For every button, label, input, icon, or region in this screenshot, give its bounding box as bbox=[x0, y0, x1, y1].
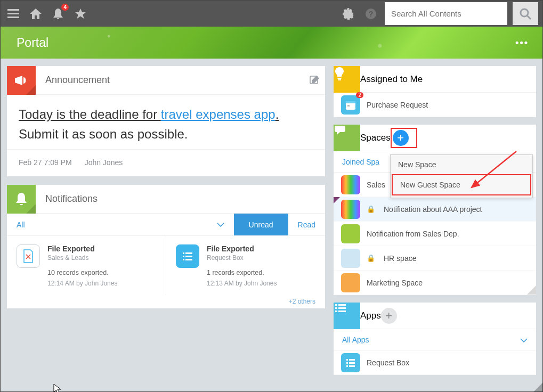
more-notifications-link[interactable]: +2 others bbox=[7, 296, 325, 308]
bell-block-icon bbox=[7, 185, 36, 214]
top-bar: 4 ? bbox=[1, 1, 542, 27]
chevron-down-icon[interactable] bbox=[207, 214, 234, 235]
page-title: Portal bbox=[17, 36, 48, 50]
space-item[interactable]: 🔒 HR space bbox=[334, 246, 536, 271]
chat-icon bbox=[334, 125, 360, 151]
svg-rect-13 bbox=[185, 259, 192, 260]
apps-card: Apps + All Apps Request Box bbox=[334, 303, 536, 375]
space-item[interactable]: 🔒 Notification about AAA project bbox=[334, 197, 536, 222]
gear-icon[interactable] bbox=[340, 5, 357, 22]
spaces-card: Spaces + Joined Spa Sales 🔒 Notification… bbox=[334, 125, 536, 295]
svg-rect-18 bbox=[347, 105, 350, 107]
svg-rect-20 bbox=[335, 304, 337, 306]
search-button[interactable] bbox=[513, 2, 538, 25]
tab-unread[interactable]: Unread bbox=[234, 214, 288, 235]
menu-icon[interactable] bbox=[5, 5, 22, 22]
space-thumb-icon bbox=[341, 175, 360, 194]
spaces-add-menu: New Space New Guest Space bbox=[390, 154, 533, 198]
help-icon[interactable]: ? bbox=[362, 5, 379, 22]
assigned-title: Assigned to Me bbox=[360, 74, 423, 85]
svg-rect-24 bbox=[335, 311, 337, 312]
announcement-text-prefix: Today is the deadline for bbox=[19, 107, 161, 121]
svg-point-5 bbox=[521, 9, 528, 17]
notifications-card: Notifications All Unread Read File Expor… bbox=[7, 185, 325, 308]
svg-rect-15 bbox=[338, 79, 341, 80]
announcement-text-suffix: . bbox=[275, 107, 279, 121]
svg-rect-25 bbox=[338, 311, 346, 312]
calendar-icon: 2 bbox=[341, 95, 360, 115]
tab-read[interactable]: Read bbox=[288, 214, 325, 235]
announcement-card: Announcement Today is the deadline for t… bbox=[7, 66, 325, 176]
svg-text:?: ? bbox=[369, 10, 374, 18]
space-item[interactable]: Notification from Sales Dep. bbox=[334, 222, 536, 246]
assigned-item[interactable]: 2 Purchase Request bbox=[334, 93, 536, 117]
svg-rect-9 bbox=[185, 252, 192, 254]
svg-rect-12 bbox=[183, 259, 184, 260]
assigned-card: Assigned to Me 2 Purchase Request bbox=[334, 66, 536, 117]
announcement-author: John Jones bbox=[85, 158, 123, 167]
search-input[interactable] bbox=[385, 2, 507, 25]
announcement-timestamp: Feb 27 7:09 PM bbox=[19, 158, 72, 167]
svg-rect-21 bbox=[338, 304, 346, 306]
lock-icon: 🔒 bbox=[367, 254, 375, 262]
notifications-title: Notifications bbox=[36, 193, 325, 205]
svg-rect-19 bbox=[335, 126, 345, 132]
space-thumb-icon bbox=[341, 224, 360, 243]
add-app-button[interactable]: + bbox=[381, 308, 397, 324]
announcement-text-line2: Submit it as soon as possible. bbox=[19, 127, 188, 141]
svg-rect-17 bbox=[346, 101, 355, 103]
more-icon[interactable]: ••• bbox=[515, 37, 529, 48]
apps-icon bbox=[334, 303, 360, 329]
notification-item[interactable]: File Exported Request Box 1 records expo… bbox=[166, 236, 325, 296]
list-icon bbox=[176, 244, 199, 268]
list-icon bbox=[341, 353, 360, 372]
notification-item[interactable]: File Exported Sales & Leads 10 records e… bbox=[7, 236, 166, 296]
svg-rect-31 bbox=[349, 365, 355, 367]
svg-rect-2 bbox=[7, 17, 19, 18]
chevron-down-icon bbox=[520, 336, 528, 344]
bell-icon[interactable]: 4 bbox=[50, 5, 67, 22]
announcement-title: Announcement bbox=[36, 75, 304, 86]
svg-rect-26 bbox=[346, 359, 348, 361]
notification-badge: 4 bbox=[61, 4, 69, 11]
tab-all[interactable]: All bbox=[7, 214, 35, 235]
lightbulb-icon bbox=[334, 66, 360, 93]
home-icon[interactable] bbox=[27, 5, 44, 22]
svg-rect-28 bbox=[346, 362, 348, 364]
spaces-title: Spaces bbox=[360, 133, 391, 143]
megaphone-icon bbox=[7, 66, 36, 95]
add-space-button[interactable]: + bbox=[393, 130, 409, 146]
svg-rect-10 bbox=[183, 256, 184, 257]
svg-rect-27 bbox=[349, 359, 355, 361]
space-thumb-icon bbox=[341, 200, 360, 219]
hero-banner: Portal ••• bbox=[1, 27, 542, 59]
app-item[interactable]: Request Box bbox=[334, 350, 536, 375]
svg-rect-14 bbox=[338, 78, 342, 79]
svg-rect-11 bbox=[185, 256, 192, 257]
svg-rect-23 bbox=[338, 307, 346, 309]
announcement-link[interactable]: travel expenses app bbox=[161, 107, 275, 121]
file-icon bbox=[17, 244, 40, 268]
svg-line-6 bbox=[527, 15, 531, 19]
star-icon[interactable] bbox=[72, 5, 89, 22]
space-thumb-icon bbox=[341, 249, 360, 268]
menu-new-guest-space[interactable]: New Guest Space bbox=[392, 174, 531, 195]
edit-icon[interactable] bbox=[304, 75, 325, 86]
svg-rect-0 bbox=[7, 9, 19, 11]
cursor-icon bbox=[53, 383, 62, 392]
svg-rect-1 bbox=[7, 13, 19, 14]
tab-all-apps[interactable]: All Apps bbox=[334, 329, 536, 350]
space-thumb-icon bbox=[341, 273, 360, 292]
lock-icon: 🔒 bbox=[367, 205, 375, 213]
apps-title: Apps bbox=[360, 311, 381, 321]
svg-rect-22 bbox=[335, 307, 337, 309]
menu-new-space[interactable]: New Space bbox=[391, 155, 532, 174]
svg-rect-8 bbox=[183, 252, 184, 254]
svg-rect-30 bbox=[346, 365, 348, 367]
svg-rect-29 bbox=[349, 362, 355, 364]
space-item[interactable]: Marketing Space bbox=[334, 271, 536, 295]
